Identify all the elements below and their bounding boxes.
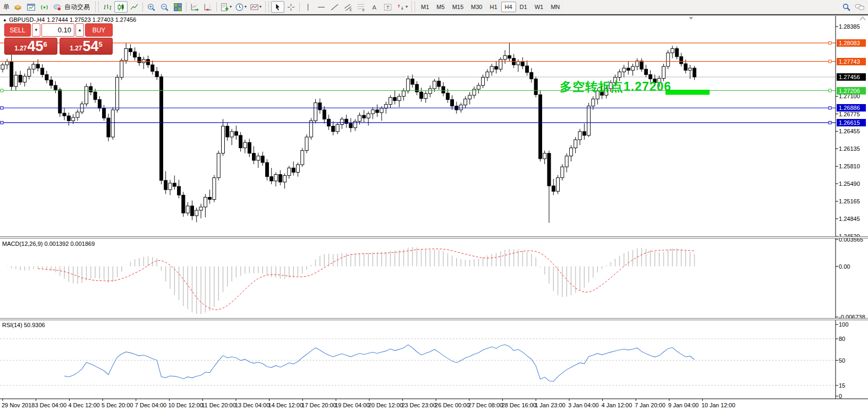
templates-button[interactable]: ▾ [248, 1, 263, 13]
tile-windows-button[interactable] [171, 1, 184, 13]
svg-text:F: F [363, 8, 365, 12]
toolbar-grip[interactable] [95, 2, 99, 12]
book-icon [13, 3, 22, 12]
new-chart-button[interactable] [24, 1, 38, 13]
chevron-down-icon: ▾ [259, 5, 262, 9]
date-label: 10 Dec 12:00 [168, 401, 203, 409]
date-label: 27 Dec 08:00 [468, 401, 503, 409]
tf-h1-button[interactable]: H1 [486, 2, 501, 12]
buy-price-quote[interactable]: 1.27 54 5 [60, 38, 113, 55]
cursor-button[interactable] [271, 1, 284, 13]
rsi-axis-label: 100 [839, 321, 848, 328]
collapse-panel-icon[interactable]: ▲ [3, 18, 7, 22]
rsi-axis-label: 80 [839, 335, 845, 343]
date-label: 26 Dec 00:00 [435, 401, 469, 409]
horizontal-line-button[interactable] [315, 1, 328, 13]
vertical-line-button[interactable] [301, 1, 315, 13]
annotation-text[interactable]: 多空转折点1.27206 [560, 79, 671, 95]
toolbar: 单 自动交易 [0, 0, 868, 14]
channel-button[interactable]: E [341, 1, 355, 13]
svg-text:A: A [372, 3, 376, 10]
order-label[interactable]: 单 [2, 3, 11, 12]
rsi-panel-splitter[interactable] [0, 318, 868, 320]
chat-button[interactable] [853, 1, 866, 13]
trendline-icon [330, 3, 339, 12]
periods-button[interactable]: ▾ [233, 1, 248, 13]
sell-button[interactable]: SELL [4, 23, 31, 37]
toolbar-grip[interactable] [411, 2, 415, 12]
tf-m5-button[interactable]: M5 [433, 2, 448, 12]
rsi-axis-label: 0 [839, 392, 842, 400]
bar-chart-button[interactable] [101, 1, 114, 13]
date-label: 11 Dec 20:00 [201, 401, 236, 409]
volume-increase-button[interactable]: ▲ [75, 23, 84, 37]
tf-mn-button[interactable]: MN [547, 2, 563, 12]
text-label-button[interactable]: T [381, 1, 394, 13]
chart-shift-button[interactable] [201, 1, 215, 13]
crosshair-button[interactable] [284, 1, 298, 13]
date-label: 29 Nov 2018 [2, 401, 35, 409]
axes-layer [0, 16, 868, 401]
tf-h4-button[interactable]: H4 [501, 2, 516, 12]
crosshair-icon [286, 3, 296, 12]
chart-shift-icon [204, 3, 213, 12]
signal-icon [40, 3, 49, 12]
indicators-button[interactable]: ▾ [218, 1, 233, 13]
macd-panel-splitter[interactable] [0, 236, 868, 238]
price-badge: 1.28083 [837, 39, 866, 47]
candlestick-chart-button[interactable] [114, 1, 128, 13]
text-button[interactable]: A [368, 1, 381, 13]
tf-m1-button[interactable]: M1 [417, 2, 433, 12]
buy-button[interactable]: BUY [85, 23, 113, 37]
rsi-axis-label: 15 [839, 382, 845, 389]
date-label: 4 Dec 12:00 [68, 401, 99, 409]
mt4-terminal: 单 自动交易 [0, 0, 868, 411]
date-label: 23 Dec 23:00 [401, 401, 436, 409]
tf-m15-button[interactable]: M15 [449, 2, 467, 12]
date-label: 10 Jan 12:00 [702, 401, 736, 409]
search-button[interactable] [840, 1, 853, 13]
fibonacci-icon: F [357, 3, 366, 12]
autotrading-button[interactable]: 自动交易 [51, 1, 93, 13]
chart-title: ▲ GBPUSD-,H4 1.27444 1.27523 1.27403 1.2… [3, 16, 136, 23]
chart-shift-marker[interactable] [689, 17, 693, 20]
price-badge: 1.27456 [837, 73, 866, 81]
price-axis-label: 1.24845 [839, 215, 860, 222]
tf-d1-button[interactable]: D1 [516, 2, 531, 12]
date-label: 20 Dec 12:00 [368, 401, 403, 409]
cursor-icon [273, 3, 282, 12]
autotrading-cloud-icon [53, 3, 62, 12]
toolbar-separator [142, 2, 143, 12]
scroll-up-icon[interactable] [860, 17, 865, 20]
volume-decrease-button[interactable]: ▼ [32, 23, 40, 37]
price-axis-label: 1.25810 [839, 162, 860, 170]
chat-icon [855, 3, 865, 12]
zoom-in-button[interactable] [145, 1, 158, 13]
orders-book-button[interactable] [11, 1, 24, 13]
fibonacci-button[interactable]: F [355, 1, 368, 13]
arrows-button[interactable]: ▾ [394, 1, 409, 13]
candlestick-chart-icon [116, 3, 125, 12]
sell-price-quote[interactable]: 1.27 45 6 [4, 38, 57, 55]
chevron-down-icon: ▾ [230, 5, 232, 9]
signals-button[interactable] [38, 1, 51, 13]
horizontal-line-icon [317, 3, 326, 12]
autoscroll-button[interactable] [188, 1, 201, 13]
toolbar-grip[interactable] [265, 2, 269, 12]
date-label: 1 Jan 23:00 [535, 401, 566, 409]
line-chart-button[interactable] [128, 1, 141, 13]
rsi-axis-label: 50 [839, 357, 845, 364]
sell-price-sup: 6 [44, 41, 47, 48]
bar-chart-icon [103, 3, 112, 12]
tf-m30-button[interactable]: M30 [467, 2, 486, 12]
date-label: 28 Dec 16:00 [502, 401, 536, 409]
trendline-button[interactable] [328, 1, 341, 13]
chart-window-border [0, 14, 868, 15]
chart-canvas[interactable] [0, 0, 868, 411]
price-axis-label: 1.28385 [839, 23, 860, 30]
tf-w1-button[interactable]: W1 [531, 2, 547, 12]
volume-input[interactable]: 0.10 [41, 23, 74, 37]
chevron-down-icon: ▾ [406, 5, 408, 9]
search-icon [842, 3, 851, 12]
zoom-out-button[interactable] [158, 1, 171, 13]
